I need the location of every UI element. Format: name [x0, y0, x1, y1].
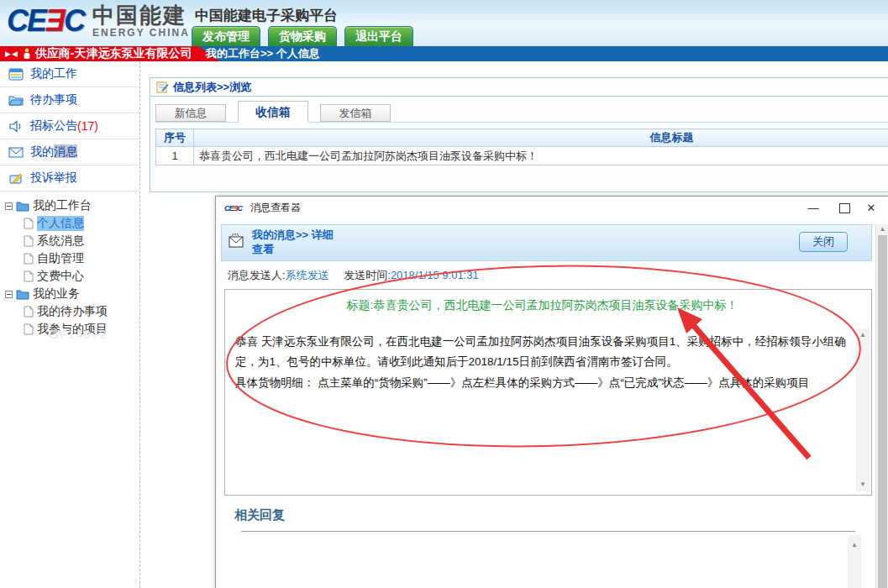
file-icon [24, 253, 34, 265]
message-table: 序号 信息标题 1 恭喜贵公司，西北电建一公司孟加拉阿苏岗杰项目油泵设备采购中标… [155, 129, 888, 165]
edit-note-icon [156, 81, 169, 93]
tab-inbox[interactable]: 收信箱 [238, 101, 308, 123]
tree-node-label: 我的工作台 [33, 198, 92, 213]
tab-new-messages[interactable]: 新信息 [155, 104, 226, 122]
workbench-tree: 我的工作台 个人信息 系统消息 自助管理 [5, 198, 139, 337]
tree-leaf-self-service[interactable]: 自助管理 [24, 251, 139, 266]
breadcrumb: 我的工作台>> 个人信息 [206, 46, 320, 61]
nav-tab-goods[interactable]: 货物采购 [268, 26, 337, 46]
envelope-icon [8, 146, 24, 159]
file-icon [24, 323, 34, 335]
time-value: 2018/1/15 9:01:31 [391, 269, 479, 281]
ceec-logo-icon: CEƎC [7, 3, 84, 39]
tree-node-workbench[interactable]: 我的工作台 [5, 198, 139, 213]
sidebar-item-label: 我的工作 [30, 66, 77, 81]
message-title: 标题:恭喜贵公司，西北电建一公司孟加拉阿苏岗杰项目油泵设备采购中标！ [235, 298, 849, 313]
message-paragraph: 恭喜 天津远东泵业有限公司，在西北电建一公司孟加拉阿苏岗杰项目油泵设备采购项目1… [235, 332, 849, 373]
tree-leaf-my-todo[interactable]: 我的待办事项 [24, 304, 139, 319]
logo-en-text: ENERGY CHINA [92, 28, 190, 38]
tree-leaf-label: 我的待办事项 [37, 304, 108, 319]
folder-open-icon [16, 289, 29, 300]
sidebar: 我的工作 待办事项 招标公告(17) 我的消息 投诉举报 [0, 61, 140, 588]
tree-leaf-personal-info[interactable]: 个人信息 [24, 216, 139, 231]
dialog-title: 消息查看器 [250, 201, 792, 215]
tree-leaf-system-messages[interactable]: 系统消息 [24, 234, 139, 249]
message-body: 恭喜 天津远东泵业有限公司，在西北电建一公司孟加拉阿苏岗杰项目油泵设备采购项目1… [235, 332, 849, 393]
ceec-mini-logo-icon: CEƎC [224, 204, 242, 213]
dialog-body: ▲ 我的消息>> 详细查看 关闭 消息发送人:系统发送 发送时间:2018/1/… [216, 224, 888, 588]
sender-label: 消息发送人: [228, 269, 286, 281]
supplier-banner: ▶◀ 供应商-天津远东泵业有限公司 [0, 46, 220, 61]
file-icon [24, 270, 34, 282]
tree-leaf-label: 交费中心 [37, 269, 84, 284]
close-button[interactable]: 关闭 [799, 232, 848, 252]
person-icon [22, 48, 32, 60]
table-row[interactable]: 1 恭喜贵公司，西北电建一公司孟加拉阿苏岗杰项目油泵设备采购中标！ [156, 147, 888, 165]
collapse-minus-icon[interactable] [5, 202, 13, 210]
nav-tab-publish[interactable]: 发布管理 [192, 26, 260, 46]
sidebar-item-label: 我的消息 [30, 144, 77, 160]
sidebar-item-label: 投诉举报 [30, 171, 77, 186]
section-title: 我的消息>> 详细查看 [252, 228, 339, 256]
company-logo: CEƎC 中国能建 ENERGY CHINA [7, 3, 190, 39]
envelope-rays-icon [229, 234, 247, 249]
file-icon [24, 218, 34, 229]
row-message-title[interactable]: 恭喜贵公司，西北电建一公司孟加拉阿苏岗杰项目油泵设备采购中标！ [194, 147, 888, 165]
sidebar-item-label: 招标公告 [30, 118, 77, 134]
scroll-up-icon[interactable]: ▲ [848, 540, 861, 550]
sidebar-item-complaint[interactable]: 投诉举报 [0, 165, 139, 192]
replies-heading: 相关回复 [234, 507, 888, 523]
tree-leaf-label: 个人信息 [37, 216, 84, 231]
sidebar-item-my-work[interactable]: 我的工作 [0, 61, 139, 87]
dialog-titlebar[interactable]: CEƎC 消息查看器 — ✕ [216, 197, 888, 219]
supplier-name: 供应商-天津远东泵业有限公司 [35, 46, 192, 61]
file-icon [24, 306, 34, 318]
pen-icon [8, 172, 24, 185]
tree-node-label: 我的业务 [33, 286, 80, 302]
message-list-panel: 信息列表>>浏览 新信息 收信箱 发信箱 序号 信息标题 1 恭喜贵公司，西北电… [150, 77, 888, 192]
message-content-box: 标题:恭喜贵公司，西北电建一公司孟加拉阿苏岗杰项目油泵设备采购中标！ 恭喜 天津… [224, 289, 872, 496]
scroll-up-icon[interactable]: ▲ [856, 330, 870, 340]
message-scrollbar[interactable]: ▲ ▼ [856, 328, 870, 491]
marquee-control-icons[interactable]: ▶◀ [5, 50, 18, 58]
sidebar-item-todo[interactable]: 待办事项 [0, 87, 139, 113]
sender-row: 消息发送人:系统发送 发送时间:2018/1/15 9:01:31 [221, 264, 872, 287]
unread-count-badge: (17) [77, 119, 98, 133]
time-label: 发送时间: [344, 269, 391, 281]
reply-scrollbar[interactable]: ▲ [848, 535, 861, 588]
main-nav-tabs: 发布管理 货物采购 退出平台 [192, 26, 421, 46]
sidebar-item-my-messages[interactable]: 我的消息 [0, 139, 139, 165]
reply-area: ▲ [216, 532, 888, 588]
close-window-button[interactable]: ✕ [862, 202, 880, 214]
scroll-down-icon[interactable]: ▼ [856, 480, 870, 490]
watermark: GF14972 [49, 327, 108, 341]
status-bar: ▶◀ 供应商-天津远东泵业有限公司 我的工作台>> 个人信息 [0, 46, 888, 61]
row-number: 1 [156, 147, 194, 165]
scroll-up-icon[interactable]: ▲ [876, 224, 888, 234]
column-header-no: 序号 [156, 129, 194, 147]
work-window-icon [8, 68, 24, 81]
panel-title: 信息列表>>浏览 [173, 80, 251, 95]
mailbox-tabs: 新信息 收信箱 发信箱 [155, 100, 888, 123]
maximize-button[interactable] [839, 203, 850, 213]
nav-tab-exit[interactable]: 退出平台 [344, 26, 413, 46]
folder-open-icon [16, 201, 29, 212]
speaker-icon [8, 120, 24, 133]
message-paragraph: 具体货物明细： 点主菜单的“货物采购”——》点左栏具体的采购方式——》点“已完成… [235, 373, 849, 393]
message-section-header: 我的消息>> 详细查看 关闭 [221, 224, 872, 261]
tree-node-my-business[interactable]: 我的业务 [5, 286, 139, 302]
tree-leaf-label: 系统消息 [37, 234, 84, 249]
message-viewer-dialog: CEƎC 消息查看器 — ✕ ▲ 我的消息>> 详细查看 关闭 消息发送人:系统… [215, 196, 888, 588]
tree-leaf-payment-center[interactable]: 交费中心 [24, 269, 139, 284]
folder-icon [8, 94, 24, 107]
site-title: 中国能建电子采购平台 [195, 6, 338, 25]
file-icon [24, 235, 34, 247]
sidebar-item-label: 待办事项 [30, 92, 77, 108]
sidebar-item-tender-notice[interactable]: 招标公告(17) [0, 113, 139, 139]
selected-text: 消息 [54, 144, 77, 158]
logo-cn-text: 中国能建 [92, 4, 190, 26]
tab-outbox[interactable]: 发信箱 [320, 104, 391, 122]
sender-value: 系统发送 [286, 269, 329, 281]
minimize-button[interactable]: — [804, 202, 822, 214]
collapse-minus-icon[interactable] [5, 291, 13, 298]
